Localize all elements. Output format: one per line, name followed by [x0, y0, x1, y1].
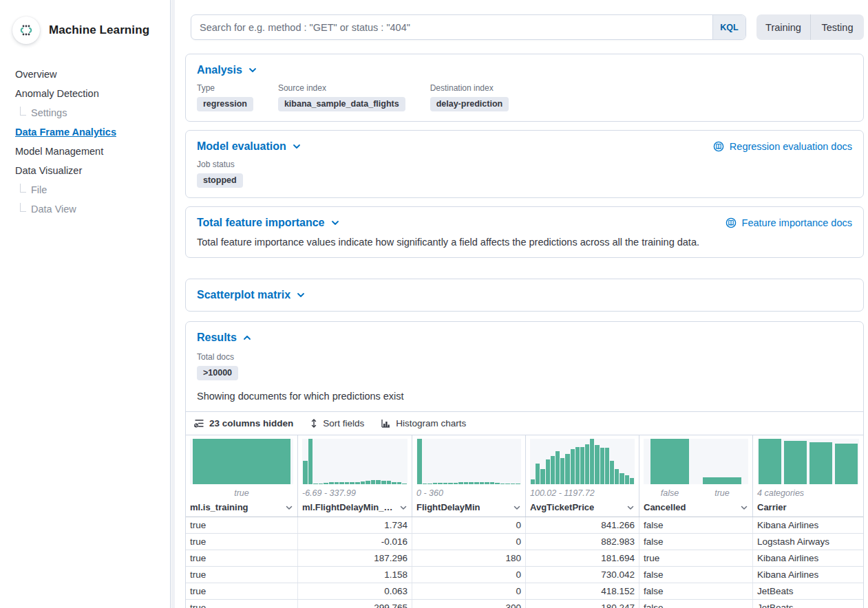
grid-cell-Cancelled[interactable]: false [639, 534, 752, 550]
grid-cell-ml.is_training[interactable]: true [186, 600, 297, 608]
sort-icon [310, 418, 318, 428]
column-range-label: falsetrue [644, 486, 748, 500]
grid-column-header-Cancelled[interactable]: falsetrueCancelled [639, 435, 752, 517]
grid-cell-AvgTicketPrice[interactable]: 181.694 [525, 550, 639, 566]
column-actions-chevron-icon[interactable] [626, 503, 635, 512]
training-button[interactable]: Training [756, 14, 810, 40]
feature-importance-docs-link[interactable]: Feature importance docs [726, 217, 852, 228]
column-histogram [757, 439, 859, 484]
grid-cell-Cancelled[interactable]: false [639, 517, 752, 533]
type-badge: regression [197, 97, 253, 111]
grid-cell-ml.is_training[interactable]: true [186, 534, 297, 550]
table-row: true1.7340841.266falseKibana Airlines [186, 517, 863, 534]
chevron-down-icon [293, 142, 301, 151]
grid-cell-AvgTicketPrice[interactable]: 418.152 [525, 583, 639, 599]
column-name: AvgTicketPrice [530, 502, 594, 512]
grid-cell-Carrier[interactable]: Kibana Airlines [752, 517, 863, 533]
results-title: Results [197, 332, 237, 344]
column-actions-chevron-icon[interactable] [285, 503, 293, 512]
column-histogram [302, 439, 407, 484]
sidebar-item-anomaly-detection[interactable]: Anomaly Detection [0, 84, 170, 103]
grid-cell-FlightDelayMin[interactable]: 300 [412, 600, 525, 608]
scatterplot-matrix-panel: Scatterplot matrix [185, 279, 864, 312]
grid-cell-AvgTicketPrice[interactable]: 882.983 [525, 534, 639, 550]
grid-cell-ml.is_training[interactable]: true [186, 583, 297, 599]
field-label: Source index [278, 83, 405, 93]
grid-column-header-ml.FlightDelayMin_pred[interactable]: -6.69 - 337.99ml.FlightDelayMin_pred [297, 435, 412, 517]
scatterplot-matrix-panel-toggle[interactable]: Scatterplot matrix [197, 289, 305, 301]
documentation-icon [726, 217, 737, 228]
grid-cell-ml.is_training[interactable]: true [186, 517, 297, 533]
grid-cell-Carrier[interactable]: Kibana Airlines [752, 550, 863, 566]
search-input[interactable] [191, 15, 712, 39]
model-evaluation-panel-toggle[interactable]: Model evaluation [197, 140, 301, 153]
grid-column-header-AvgTicketPrice[interactable]: 100.02 - 1197.72AvgTicketPrice [525, 435, 639, 517]
grid-cell-FlightDelayMin[interactable]: 0 [412, 583, 525, 599]
grid-cell-Carrier[interactable]: JetBeats [752, 583, 863, 599]
job-status-field: Job status stopped [197, 160, 243, 188]
app-header: Machine Learning [0, 12, 170, 44]
grid-cell-ml.FlightDelayMin_pred[interactable]: 299.765 [297, 600, 412, 608]
search-bar: KQL [191, 14, 746, 40]
grid-cell-ml.FlightDelayMin_pred[interactable]: -0.016 [297, 534, 412, 550]
training-testing-toggle: Training Testing [756, 14, 864, 40]
analysis-panel-toggle[interactable]: Analysis [197, 64, 257, 76]
grid-column-header-Carrier[interactable]: 4 categoriesCarrier [752, 435, 863, 517]
columns-hidden-button[interactable]: 23 columns hidden [193, 415, 295, 431]
grid-cell-ml.FlightDelayMin_pred[interactable]: 187.296 [297, 550, 412, 566]
grid-cell-FlightDelayMin[interactable]: 0 [412, 517, 525, 533]
table-row: true1.1580730.042falseKibana Airlines [186, 567, 863, 583]
analysis-field-source-index: Source index kibana_sample_data_flights [278, 83, 405, 111]
column-actions-chevron-icon[interactable] [513, 503, 521, 512]
grid-cell-AvgTicketPrice[interactable]: 730.042 [525, 567, 639, 583]
sidebar-item-data-view[interactable]: Data View [0, 199, 170, 219]
sidebar-item-settings[interactable]: Settings [0, 103, 170, 122]
grid-cell-FlightDelayMin[interactable]: 0 [412, 567, 525, 583]
sidebar-item-overview[interactable]: Overview [0, 65, 170, 84]
grid-toolbar: 23 columns hidden Sort fields Histogram … [186, 412, 863, 435]
column-actions-chevron-icon[interactable] [399, 503, 407, 512]
sidebar-item-data-visualizer[interactable]: Data Visualizer [0, 161, 170, 180]
grid-cell-ml.is_training[interactable]: true [186, 567, 297, 583]
grid-cell-Carrier[interactable]: Kibana Airlines [752, 567, 863, 583]
histogram-icon [381, 418, 391, 428]
grid-cell-Carrier[interactable]: Logstash Airways [752, 534, 863, 550]
grid-column-header-ml.is_training[interactable]: trueml.is_training [186, 435, 297, 517]
sidebar-item-model-management[interactable]: Model Management [0, 142, 170, 161]
analysis-title: Analysis [197, 64, 242, 76]
feature-importance-panel-toggle[interactable]: Total feature importance [197, 217, 339, 229]
grid-cell-Cancelled[interactable]: false [639, 600, 752, 608]
column-name: Cancelled [644, 502, 686, 512]
sidebar: Machine Learning Overview Anomaly Detect… [0, 0, 171, 608]
testing-button[interactable]: Testing [810, 14, 864, 40]
grid-cell-Cancelled[interactable]: false [639, 583, 752, 599]
grid-cell-Cancelled[interactable]: true [639, 550, 752, 566]
grid-cell-FlightDelayMin[interactable]: 0 [412, 534, 525, 550]
column-name: Carrier [757, 502, 787, 512]
grid-column-header-FlightDelayMin[interactable]: 0 - 360FlightDelayMin [412, 435, 525, 517]
grid-cell-Carrier[interactable]: JetBeats [752, 600, 863, 608]
chevron-down-icon [248, 66, 257, 74]
column-range-label: -6.69 - 337.99 [302, 486, 407, 500]
grid-cell-AvgTicketPrice[interactable]: 180.247 [525, 600, 639, 608]
column-name: ml.is_training [190, 502, 248, 512]
grid-cell-ml.FlightDelayMin_pred[interactable]: 1.734 [297, 517, 412, 533]
sidebar-item-data-frame-analytics[interactable]: Data Frame Analytics [0, 122, 170, 142]
sort-fields-button[interactable]: Sort fields [308, 415, 366, 431]
kql-language-button[interactable]: KQL [712, 15, 745, 39]
regression-evaluation-docs-link[interactable]: Regression evaluation docs [713, 141, 852, 152]
sidebar-item-file[interactable]: File [0, 180, 170, 199]
histogram-charts-button[interactable]: Histogram charts [379, 415, 467, 431]
table-row: true299.765300180.247falseJetBeats [186, 600, 863, 608]
grid-cell-FlightDelayMin[interactable]: 180 [412, 550, 525, 566]
total-docs-field: Total docs >10000 [197, 352, 238, 380]
column-actions-chevron-icon[interactable] [740, 503, 748, 512]
total-docs-badge: >10000 [197, 366, 238, 380]
grid-cell-ml.FlightDelayMin_pred[interactable]: 0.063 [297, 583, 412, 599]
grid-cell-ml.is_training[interactable]: true [186, 550, 297, 566]
grid-cell-ml.FlightDelayMin_pred[interactable]: 1.158 [297, 567, 412, 583]
grid-cell-Cancelled[interactable]: false [639, 567, 752, 583]
grid-cell-AvgTicketPrice[interactable]: 841.266 [525, 517, 639, 533]
source-index-badge: kibana_sample_data_flights [278, 97, 405, 111]
results-panel-toggle[interactable]: Results [197, 332, 251, 344]
